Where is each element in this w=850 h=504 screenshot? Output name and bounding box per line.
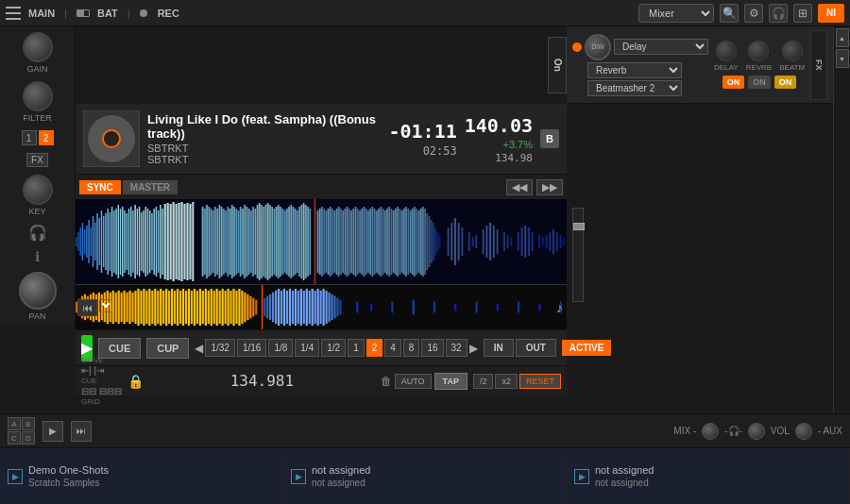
fx-select-2[interactable]: Reverb — [587, 62, 682, 78]
beat-1/32[interactable]: 1/32 — [205, 339, 234, 357]
cup-button[interactable]: CUP — [146, 338, 189, 359]
filter-knob[interactable] — [23, 81, 53, 111]
fx-side-1[interactable]: ▲ — [836, 28, 849, 47]
svg-rect-223 — [151, 291, 153, 324]
vol-knob[interactable] — [795, 423, 812, 440]
beat-1/2[interactable]: 1/2 — [321, 339, 346, 357]
on-delay-btn[interactable]: ON — [722, 76, 745, 89]
master-btn[interactable]: MASTER — [123, 180, 178, 194]
headphone-knob[interactable] — [748, 423, 765, 440]
fx-side-2[interactable]: ▼ — [836, 49, 849, 68]
move-right-icon[interactable]: |⇥ — [94, 365, 105, 376]
trash-icon[interactable]: 🗑 — [381, 375, 392, 388]
browser-label-2a[interactable]: not assigned — [595, 464, 654, 476]
active-button[interactable]: ACTIVE — [562, 340, 612, 356]
beat-8[interactable]: 8 — [403, 339, 420, 357]
beat-arrow-left[interactable]: ◀ — [195, 342, 203, 355]
reset-btn[interactable]: RESET — [519, 374, 561, 389]
browser-icon-1[interactable]: ▶ — [291, 469, 306, 484]
hamburger-icon[interactable] — [6, 6, 21, 21]
fx-select-1[interactable]: Delay — [614, 39, 708, 55]
cue-coarse-icon[interactable]: ⊟⊟⊟ — [99, 386, 122, 396]
svg-rect-121 — [347, 207, 348, 277]
in-button[interactable]: IN — [484, 339, 514, 357]
browser-label-0a[interactable]: Demo One-Shots — [28, 464, 109, 476]
browser-sub-1b[interactable]: not assigned — [312, 478, 370, 488]
key-c[interactable]: C — [8, 431, 21, 445]
browser-sub-0b[interactable]: Scratch Samples — [28, 478, 109, 488]
beat-4[interactable]: 4 — [384, 339, 401, 357]
svg-rect-240 — [199, 289, 201, 326]
key-knob[interactable] — [23, 175, 53, 205]
volume-fader-handle[interactable] — [573, 223, 585, 230]
mix-knob[interactable] — [702, 423, 719, 440]
cue-fine-icon[interactable]: ⊟⊟ — [81, 386, 96, 396]
svg-rect-286 — [331, 294, 332, 320]
beat-arrow-right[interactable]: ▶ — [469, 342, 478, 355]
info-icon[interactable]: ℹ — [35, 249, 40, 264]
controls-row: ▶ CUE CUP ◀ 1/32 1/16 1/8 1/4 1/2 1 2 4 … — [76, 329, 567, 365]
dw-knob[interactable]: D/W — [585, 34, 611, 60]
nav-fwd-btn[interactable]: ▶▶ — [536, 179, 563, 195]
on-side-btn[interactable]: On — [548, 37, 567, 93]
waveform-main[interactable] — [76, 199, 567, 284]
beat-1/8[interactable]: 1/8 — [268, 339, 293, 357]
half-btn[interactable]: /2 — [473, 374, 494, 389]
on-beatm-btn[interactable]: ON — [774, 76, 797, 89]
auto-btn[interactable]: AUTO — [395, 374, 432, 389]
volume-fader[interactable] — [572, 208, 584, 302]
mixer-select[interactable]: Mixer Internal External — [638, 4, 714, 23]
pan-knob[interactable] — [19, 272, 57, 310]
out-button[interactable]: OUT — [516, 339, 556, 357]
key-group: KEY — [23, 175, 53, 216]
beat-1[interactable]: 1 — [348, 339, 365, 357]
mini-scroll-indicator[interactable] — [99, 299, 112, 312]
browser-sub-2b[interactable]: not assigned — [595, 478, 654, 488]
beatm-knob[interactable] — [782, 41, 803, 61]
gear-icon[interactable]: ⚙ — [744, 4, 763, 23]
move-left-icon[interactable]: ⇤| — [81, 365, 92, 376]
waveform-mini[interactable]: ⏮ ♪ — [76, 284, 567, 329]
bat-label[interactable]: BAT — [97, 8, 118, 19]
delay-knob-col: DELAY — [714, 41, 739, 72]
double-btn[interactable]: x2 — [495, 374, 518, 389]
svg-rect-167 — [450, 223, 451, 260]
svg-rect-247 — [219, 291, 221, 324]
browser-icon-2[interactable]: ▶ — [574, 469, 589, 484]
key-a[interactable]: A — [8, 417, 21, 430]
play-small-btn[interactable]: ▶ — [42, 421, 63, 442]
fx-label[interactable]: FX — [810, 30, 827, 100]
headphone-sidebar-icon[interactable]: 🎧 — [28, 224, 47, 242]
beat-2[interactable]: 2 — [366, 339, 383, 357]
headphone-icon[interactable]: 🎧 — [769, 4, 788, 23]
mini-start-btn[interactable]: ⏮ — [77, 299, 97, 316]
key-d[interactable]: D — [22, 431, 35, 445]
lock-icon[interactable]: 🔒 — [128, 374, 144, 389]
svg-rect-102 — [300, 205, 301, 278]
reverb-knob[interactable] — [748, 41, 769, 61]
search-icon[interactable]: 🔍 — [720, 4, 739, 23]
browser-label-1a[interactable]: not assigned — [312, 464, 370, 476]
beat-1/4[interactable]: 1/4 — [295, 339, 319, 357]
key-b[interactable]: B — [22, 417, 35, 430]
nav-back-btn[interactable]: ◀◀ — [506, 179, 533, 195]
beat-16[interactable]: 16 — [421, 339, 443, 357]
tap-btn[interactable]: TAP — [434, 373, 468, 390]
browser-icon-0[interactable]: ▶ — [8, 469, 23, 484]
gain-knob[interactable] — [23, 32, 53, 62]
fx-label-sidebar[interactable]: FX — [26, 153, 48, 167]
beat-32[interactable]: 32 — [446, 339, 468, 357]
beat-1/16[interactable]: 1/16 — [237, 339, 266, 357]
window-icon[interactable]: ⊞ — [793, 4, 812, 23]
main-label[interactable]: MAIN — [28, 8, 55, 19]
deck-2-btn[interactable]: 2 — [39, 130, 54, 145]
skip-btn[interactable]: ⏭ — [71, 421, 92, 442]
deck-1-btn[interactable]: 1 — [22, 130, 37, 145]
on-reverb-btn[interactable]: ON — [748, 76, 771, 89]
delay-knob[interactable] — [716, 41, 737, 61]
rec-label[interactable]: REC — [158, 8, 179, 19]
svg-rect-157 — [422, 207, 423, 277]
sync-btn[interactable]: SYNC — [79, 180, 121, 194]
fx-select-3[interactable]: Beatmasher 2 — [587, 80, 682, 96]
b-label[interactable]: B — [540, 129, 559, 148]
